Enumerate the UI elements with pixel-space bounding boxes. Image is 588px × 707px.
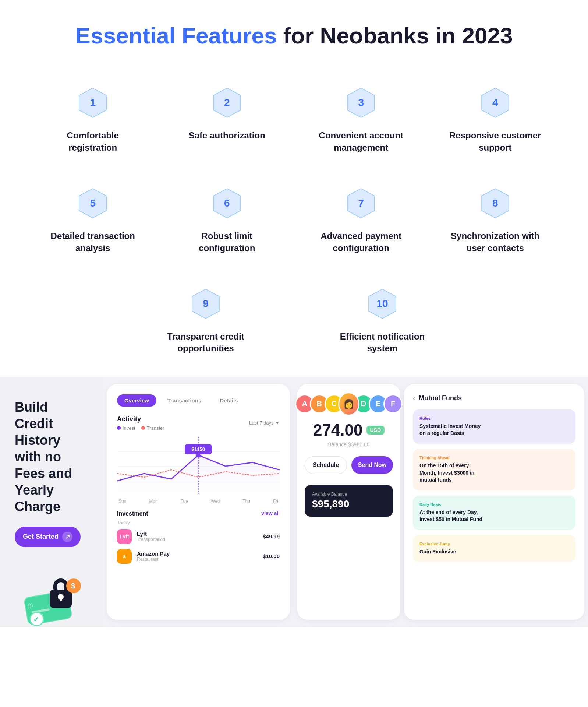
activity-label: Activity [117, 415, 164, 423]
hexagon-badge-2: 2 [210, 86, 244, 119]
feature-label-7: Advanced payment configuration [313, 230, 409, 254]
card-text: On the 15th of every Month, Invest $3000… [419, 462, 486, 484]
feature-label-5: Detailed transaction analysis [45, 230, 141, 254]
features-grid: 1 Comfortable registration 2 Safe author… [29, 79, 559, 261]
card-tag: Rules [419, 416, 569, 421]
hexagon-badge-5: 5 [76, 187, 109, 220]
header-section: Essential Features for Neobanks in 2023 [0, 0, 588, 64]
feature-item-2: 2 Safe authorization [164, 79, 291, 161]
get-started-label: Get Started [23, 533, 59, 541]
currency-badge: USD [366, 426, 385, 435]
table-row: a Amazon Pay Restaurant $10.00 [117, 549, 280, 564]
card-text: Gain Exclusive [419, 548, 486, 556]
svg-point-31 [195, 451, 202, 459]
chart-legend: InvestTransfer [117, 425, 164, 431]
investment-section: Investment view all Today Lyft Lyft Tran… [117, 510, 280, 564]
hexagon-badge-1: 1 [76, 86, 109, 119]
tx-icon: Lyft [117, 529, 132, 544]
get-started-button[interactable]: Get Started ↗ [15, 527, 81, 547]
send-now-button[interactable]: Send Now [351, 456, 393, 474]
feature-label-6: Robust limit configuration [179, 230, 275, 254]
feature-item-3: 3 Convenient account management [298, 79, 425, 161]
feature-item-10: 10 Efficient notification system [331, 280, 434, 362]
feature-label-4: Responsive customer support [447, 130, 543, 154]
svg-text:))): ))) [27, 602, 33, 608]
chart-meta: Activity InvestTransfer Last 7 days ▼ [117, 415, 280, 431]
card-text: Systematic Invest Money on a regular Bas… [419, 423, 486, 437]
activity-chart: $1150 [117, 437, 280, 496]
tx-amount: $10.00 [263, 553, 280, 559]
back-arrow[interactable]: ‹ [413, 394, 415, 402]
hexagon-badge-3: 3 [344, 86, 378, 119]
hexagon-badge-6: 6 [210, 187, 244, 220]
mutual-card: Daily Basis At the end of every Day, Inv… [413, 496, 575, 530]
avatars-row: A B C 👩 D E F [297, 394, 400, 414]
feature-label-9: Transparent credit opportunities [162, 331, 250, 355]
badge-number-2: 2 [224, 97, 230, 109]
x-label: Mon [149, 499, 157, 504]
mutual-cards: Rules Systematic Invest Money on a regul… [413, 409, 575, 562]
amount-value: 274.00 [313, 421, 363, 439]
x-label: Fri [273, 499, 278, 504]
badge-number-5: 5 [90, 197, 96, 209]
hexagon-badge-9: 9 [189, 287, 222, 320]
feature-item-7: 7 Advanced payment configuration [298, 179, 425, 261]
badge-number-7: 7 [358, 197, 364, 209]
x-label: Wed [211, 499, 220, 504]
send-balance: Balance $3980.00 [328, 442, 370, 447]
date-filter[interactable]: Last 7 days ▼ [249, 420, 280, 426]
chart-tab-transactions[interactable]: Transactions [160, 394, 209, 407]
legend-dot [141, 426, 145, 430]
avatar-main: 👩 [339, 394, 358, 414]
feature-label-1: Comfortable registration [45, 130, 141, 154]
feature-label-10: Efficient notification system [338, 331, 426, 355]
badge-number-1: 1 [90, 97, 96, 109]
mutual-card: Rules Systematic Invest Money on a regul… [413, 409, 575, 444]
hexagon-badge-7: 7 [344, 187, 378, 220]
tx-amount: $49.99 [263, 533, 280, 539]
chart-tabs: OverviewTransactionsDetails [117, 394, 280, 407]
transaction-list: Lyft Lyft Transportation $49.99 a Amazon… [117, 529, 280, 564]
available-balance-card: Available Balance $95,890 [305, 485, 393, 517]
mutual-funds-panel: ‹ Mutual Funds Rules Systematic Invest M… [404, 384, 584, 620]
badge-number-8: 8 [492, 197, 498, 209]
mutual-card: Exclusive Jump Gain Exclusive [413, 535, 575, 562]
chart-tab-details[interactable]: Details [212, 394, 245, 407]
table-row: Lyft Lyft Transportation $49.99 [117, 529, 280, 544]
features-section: 1 Comfortable registration 2 Safe author… [0, 64, 588, 284]
hexagon-badge-8: 8 [479, 187, 512, 220]
card-tag: Daily Basis [419, 502, 569, 507]
x-label: Thu [242, 499, 250, 504]
chart-tab-overview[interactable]: Overview [117, 394, 156, 407]
badge-number-9: 9 [203, 298, 209, 310]
mutual-card: Thinking Ahead On the 15th of every Mont… [413, 449, 575, 490]
badge-number-4: 4 [492, 97, 498, 109]
send-amount: 274.00 USD [313, 421, 385, 439]
credit-title: Build Credit History with no Fees and Ye… [15, 399, 88, 515]
investment-label: Investment [117, 510, 148, 517]
title-highlight: Essential Features [75, 23, 277, 48]
credit-panel: Build Credit History with no Fees and Ye… [0, 377, 103, 627]
feature-item-1: 1 Comfortable registration [29, 79, 156, 161]
chart-x-labels: SunMonTueWedThuFri [117, 499, 280, 504]
legend-item: Invest [117, 425, 135, 431]
chart-panel: OverviewTransactionsDetails Activity Inv… [107, 384, 290, 620]
svg-text:$1150: $1150 [192, 446, 205, 452]
lock-svg: $ ✓ ))) [18, 566, 85, 632]
credit-illustration: $ ✓ ))) [15, 566, 88, 632]
feature-label-2: Safe authorization [189, 130, 265, 141]
features-row-2: 9 Transparent credit opportunities 10 Ef… [0, 280, 588, 362]
svg-rect-17 [60, 597, 62, 601]
hexagon-badge-10: 10 [366, 287, 399, 320]
investment-header: Investment view all [117, 510, 280, 517]
title-rest: for Neobanks in 2023 [277, 23, 513, 48]
send-actions: Schedule Send Now [305, 456, 393, 474]
tx-icon: a [117, 549, 132, 564]
card-tag: Exclusive Jump [419, 542, 569, 546]
bottom-section: Build Credit History with no Fees and Ye… [0, 377, 588, 627]
tx-name: Amazon Pay [137, 551, 258, 557]
tx-category: Restaurant [137, 557, 258, 562]
schedule-button[interactable]: Schedule [305, 456, 347, 474]
svg-text:✓: ✓ [33, 615, 39, 623]
view-all-link[interactable]: view all [261, 510, 280, 517]
